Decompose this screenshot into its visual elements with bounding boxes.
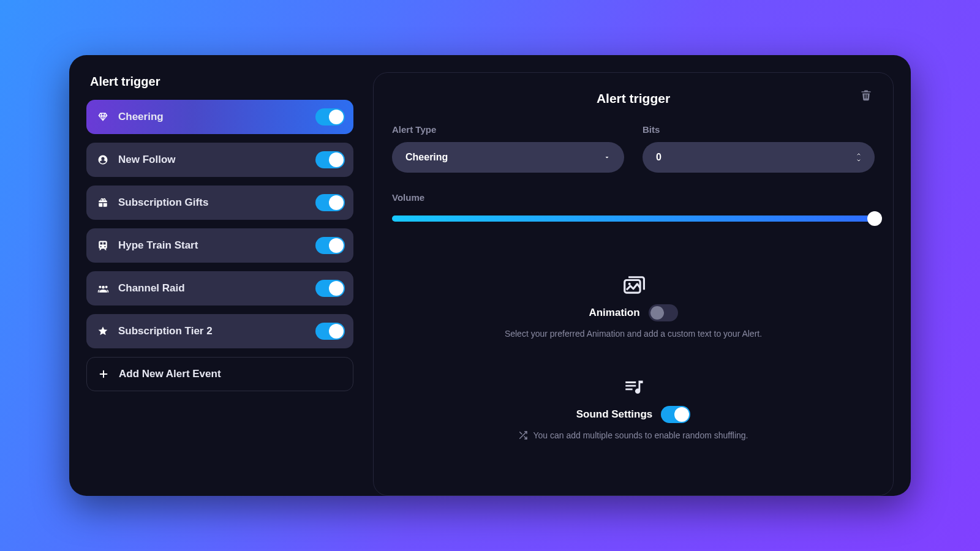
sidebar-item-new-follow[interactable]: New Follow bbox=[86, 143, 353, 177]
plus-icon bbox=[97, 367, 110, 381]
form-row: Alert Type Cheering Bits 0 bbox=[392, 124, 875, 173]
sidebar-item-cheering[interactable]: Cheering bbox=[86, 100, 353, 134]
diamond-icon bbox=[96, 110, 110, 124]
chevron-up-icon bbox=[855, 152, 862, 157]
sidebar-item-hype-train[interactable]: Hype Train Start bbox=[86, 228, 353, 263]
sidebar-item-subscription-gifts[interactable]: Subscription Gifts bbox=[86, 186, 353, 220]
svg-point-1 bbox=[628, 283, 631, 285]
sidebar-item-label: Channel Raid bbox=[118, 282, 315, 294]
alert-type-select[interactable]: Cheering bbox=[392, 142, 624, 173]
sound-title-row: Sound Settings bbox=[576, 406, 691, 423]
sound-description-row: You can add multiple sounds to enable ra… bbox=[518, 430, 748, 440]
sidebar-item-subscription-tier-2[interactable]: Subscription Tier 2 bbox=[86, 314, 353, 348]
trigger-list: Cheering New Follow Subscription Gifts bbox=[86, 100, 353, 391]
gift-icon bbox=[96, 196, 110, 209]
alert-type-field: Alert Type Cheering bbox=[392, 124, 624, 173]
animation-description: Select your preferred Animation and add … bbox=[505, 329, 762, 339]
toggle-new-follow[interactable] bbox=[315, 151, 345, 168]
sidebar-item-label: Subscription Gifts bbox=[118, 197, 315, 209]
animation-section: Animation Select your preferred Animatio… bbox=[392, 274, 875, 339]
svg-rect-0 bbox=[625, 280, 640, 293]
toggle-cheering[interactable] bbox=[315, 108, 345, 126]
sound-section: Sound Settings You can add multiple soun… bbox=[392, 375, 875, 440]
volume-section: Volume bbox=[392, 192, 875, 226]
toggle-channel-raid[interactable] bbox=[315, 280, 345, 297]
shuffle-icon bbox=[518, 430, 528, 440]
volume-slider[interactable] bbox=[392, 211, 875, 226]
bits-label: Bits bbox=[643, 124, 875, 135]
sound-description: You can add multiple sounds to enable ra… bbox=[533, 430, 748, 440]
sidebar-item-label: Hype Train Start bbox=[118, 239, 315, 252]
main-panel: Alert trigger Alert Type Cheering Bits bbox=[373, 72, 894, 496]
trash-icon bbox=[860, 89, 872, 101]
app-window: Alert trigger Cheering New Follow bbox=[69, 55, 911, 496]
music-list-icon bbox=[621, 375, 646, 400]
sound-title: Sound Settings bbox=[576, 408, 653, 421]
sidebar-item-label: Cheering bbox=[118, 111, 315, 123]
train-icon bbox=[96, 239, 110, 252]
chevron-down-icon bbox=[603, 154, 611, 161]
sidebar-item-channel-raid[interactable]: Channel Raid bbox=[86, 271, 353, 305]
toggle-subscription-tier-2[interactable] bbox=[315, 323, 345, 340]
star-icon bbox=[96, 324, 110, 338]
sidebar-title: Alert trigger bbox=[90, 75, 353, 89]
add-alert-event-button[interactable]: Add New Alert Event bbox=[86, 357, 353, 391]
sidebar: Alert trigger Cheering New Follow bbox=[86, 72, 353, 496]
toggle-sound[interactable] bbox=[661, 406, 690, 423]
alert-type-label: Alert Type bbox=[392, 124, 624, 135]
bits-stepper[interactable] bbox=[855, 152, 862, 163]
sidebar-item-label: Subscription Tier 2 bbox=[118, 325, 315, 337]
volume-track bbox=[392, 216, 875, 222]
chevron-down-icon bbox=[855, 158, 862, 163]
user-circle-icon bbox=[96, 153, 110, 167]
toggle-hype-train[interactable] bbox=[315, 237, 345, 254]
bits-input[interactable]: 0 bbox=[643, 142, 875, 173]
bits-value: 0 bbox=[656, 152, 662, 163]
image-stack-icon bbox=[621, 274, 646, 298]
animation-title: Animation bbox=[589, 307, 639, 319]
add-alert-event-label: Add New Alert Event bbox=[119, 368, 221, 380]
volume-knob[interactable] bbox=[867, 211, 882, 226]
toggle-subscription-gifts[interactable] bbox=[315, 194, 345, 211]
users-icon bbox=[96, 282, 110, 295]
animation-title-row: Animation bbox=[589, 304, 677, 321]
volume-label: Volume bbox=[392, 192, 875, 203]
page-title: Alert trigger bbox=[597, 91, 670, 106]
delete-button[interactable] bbox=[858, 86, 875, 103]
bits-field: Bits 0 bbox=[643, 124, 875, 173]
main-header: Alert trigger bbox=[392, 86, 875, 111]
alert-type-value: Cheering bbox=[405, 152, 448, 163]
sidebar-item-label: New Follow bbox=[118, 154, 315, 166]
toggle-animation[interactable] bbox=[649, 304, 678, 321]
